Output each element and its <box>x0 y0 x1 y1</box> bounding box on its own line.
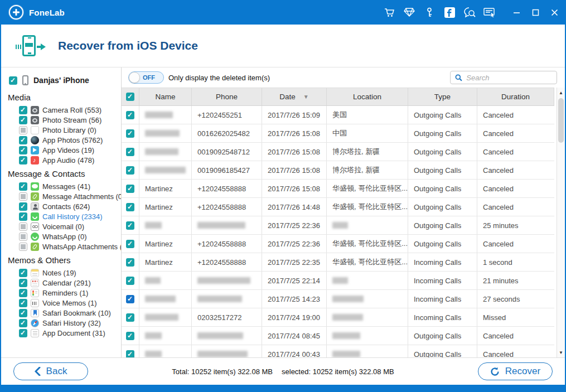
cart-icon[interactable] <box>383 6 395 18</box>
sidebar-item-app-document[interactable]: App Document (31) <box>19 328 121 338</box>
scrollbar-thumb[interactable] <box>558 98 564 143</box>
feedback-icon[interactable] <box>463 6 476 18</box>
cell-type: Outgoing Calls <box>408 143 477 161</box>
row-checkbox[interactable] <box>126 221 134 230</box>
sidebar-item-message-attachments[interactable]: Message Attachments (0) <box>19 191 121 201</box>
item-checkbox[interactable] <box>19 202 27 211</box>
item-checkbox[interactable] <box>19 212 27 221</box>
row-checkbox[interactable] <box>126 185 134 193</box>
sidebar-item-contacts[interactable]: Contacts (624) <box>19 201 121 211</box>
sidebar-item-voice-memos[interactable]: Voice Memos (1) <box>19 298 121 308</box>
row-checkbox[interactable] <box>126 166 134 175</box>
register-icon[interactable] <box>483 6 496 18</box>
recover-button[interactable]: Recover <box>478 362 553 380</box>
sidebar-item-reminders[interactable]: Reminders (1) <box>19 288 121 298</box>
gem-icon[interactable] <box>403 6 415 18</box>
table-row: +12024552512017/7/26 15:09美国Outgoing Cal… <box>122 106 554 124</box>
scroll-up-arrow-icon[interactable]: ▲ <box>557 89 565 97</box>
sidebar-item-label: Photo Stream (56) <box>42 116 101 124</box>
sidebar-item-messages[interactable]: Messages (41) <box>19 181 121 191</box>
table-row: 2017/7/25 22:36Outgoing Calls25 minutes <box>122 216 554 235</box>
item-checkbox[interactable] <box>19 192 27 201</box>
item-checkbox[interactable] <box>19 243 27 251</box>
item-checkbox[interactable] <box>19 269 27 277</box>
scroll-down-arrow-icon[interactable]: ▼ <box>557 349 565 357</box>
item-checkbox[interactable] <box>19 329 27 337</box>
item-checkbox[interactable] <box>19 279 27 287</box>
column-header-name[interactable]: Name <box>139 88 192 105</box>
sidebar-item-photo-stream[interactable]: Photo Stream (56) <box>19 115 121 125</box>
sidebar-item-call-history[interactable]: Call History (2334) <box>19 211 121 221</box>
table-row: 2017/7/24 00:43Outgoing CallsCanceled <box>122 345 554 357</box>
item-checkbox[interactable] <box>19 106 27 114</box>
sidebar-item-app-videos[interactable]: App Videos (19) <box>19 145 121 155</box>
deleted-only-toggle[interactable]: OFF <box>128 71 164 84</box>
sidebar-item-notes[interactable]: Notes (19) <box>19 268 121 278</box>
item-checkbox[interactable] <box>19 146 27 154</box>
item-checkbox[interactable] <box>19 116 27 124</box>
key-icon[interactable] <box>423 6 436 18</box>
item-checkbox[interactable] <box>19 136 27 144</box>
sidebar-item-safari-history[interactable]: Safari History (32) <box>19 318 121 328</box>
device-checkbox[interactable] <box>9 76 17 85</box>
cell-name <box>139 308 192 326</box>
sidebar-item-photo-library[interactable]: Photo Library (0) <box>19 125 121 135</box>
item-checkbox[interactable] <box>19 126 27 134</box>
column-header-type[interactable]: Type <box>408 88 477 105</box>
row-checkbox[interactable] <box>126 240 134 248</box>
cell-duration: Canceled <box>477 161 554 179</box>
sidebar-item-app-audio[interactable]: App Audio (478) <box>19 155 121 165</box>
sidebar-device-row[interactable]: Danjas' iPhone <box>8 73 121 89</box>
redacted-text <box>145 112 173 118</box>
column-header-duration[interactable]: Duration <box>477 88 554 105</box>
row-checkbox[interactable] <box>126 111 134 119</box>
sidebar-item-calendar[interactable]: Calendar (291) <box>19 278 121 288</box>
sidebar-item-label: Calendar (291) <box>42 279 91 287</box>
item-checkbox[interactable] <box>19 299 27 307</box>
facebook-icon[interactable] <box>443 6 456 18</box>
maximize-button[interactable] <box>530 7 540 17</box>
cell-location <box>327 308 408 326</box>
audio-icon <box>31 156 39 164</box>
toggle-knob[interactable] <box>129 72 140 83</box>
column-label: Location <box>353 93 381 101</box>
item-checkbox[interactable] <box>19 309 27 317</box>
row-checkbox[interactable] <box>126 332 134 340</box>
item-checkbox[interactable] <box>19 233 27 241</box>
back-button[interactable]: Back <box>13 362 88 380</box>
cell-duration: Canceled <box>477 143 554 161</box>
row-checkbox[interactable] <box>126 203 134 211</box>
sidebar-item-whatsapp-attachments[interactable]: WhatsApp Attachments (0) <box>19 241 121 251</box>
column-header-phone[interactable]: Phone <box>192 88 262 105</box>
sidebar-item-whatsapp[interactable]: WhatsApp (0) <box>19 231 121 241</box>
close-button[interactable] <box>549 7 559 17</box>
column-label: Duration <box>501 93 530 101</box>
row-checkbox[interactable] <box>126 258 134 267</box>
item-checkbox[interactable] <box>19 156 27 164</box>
row-checkbox[interactable] <box>126 277 134 285</box>
item-checkbox[interactable] <box>19 222 27 231</box>
item-checkbox[interactable] <box>19 319 27 327</box>
minimize-button[interactable] <box>511 7 521 17</box>
item-checkbox[interactable] <box>19 289 27 297</box>
sidebar-item-camera-roll[interactable]: Camera Roll (553) <box>19 105 121 115</box>
row-checkbox[interactable] <box>126 148 134 156</box>
row-checkbox[interactable] <box>126 350 134 358</box>
camera-icon <box>31 106 39 114</box>
sidebar-item-safari-bookmark[interactable]: Safari Bookmark (10) <box>19 308 121 318</box>
section-header-media: Media <box>8 93 121 102</box>
select-all-checkbox[interactable] <box>126 93 134 101</box>
sidebar-item-voicemail[interactable]: Voicemail (0) <box>19 221 121 231</box>
row-checkbox[interactable] <box>126 313 134 322</box>
row-checkbox[interactable] <box>126 129 134 138</box>
cell-location <box>327 345 408 357</box>
search-box[interactable] <box>450 71 557 84</box>
sidebar-item-app-photos[interactable]: App Photos (5762) <box>19 135 121 145</box>
search-input[interactable] <box>466 74 552 82</box>
item-checkbox[interactable] <box>19 182 27 191</box>
vertical-scrollbar[interactable]: ▲ ▼ <box>557 88 565 358</box>
row-checkbox[interactable] <box>126 295 134 303</box>
column-header-location[interactable]: Location <box>327 88 408 105</box>
column-header-date[interactable]: Date▼ <box>262 88 327 105</box>
brand: FoneLab <box>9 5 65 20</box>
